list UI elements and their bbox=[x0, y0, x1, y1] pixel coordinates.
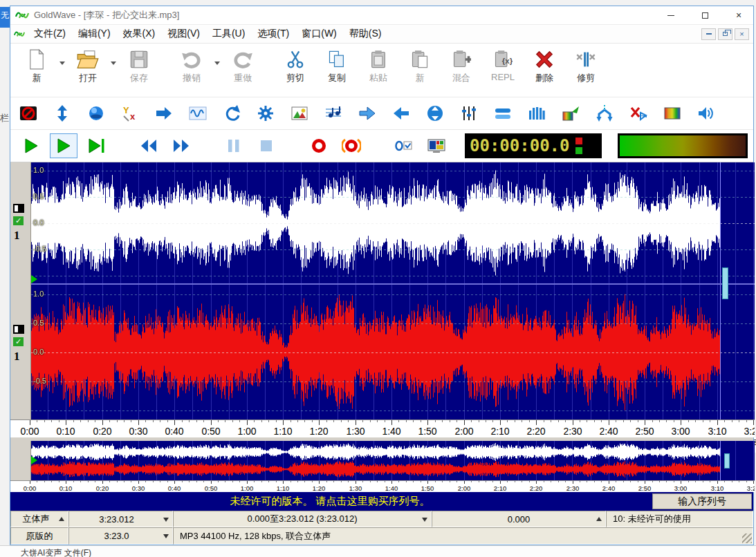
play-to-end-button[interactable] bbox=[82, 133, 110, 158]
open-file-dropdown[interactable] bbox=[109, 47, 118, 79]
split-icon[interactable] bbox=[595, 104, 614, 122]
gate-icon[interactable] bbox=[527, 104, 546, 122]
faders-icon[interactable] bbox=[459, 104, 478, 122]
chevron-down-icon[interactable] bbox=[422, 518, 427, 522]
stop-icon bbox=[259, 138, 274, 153]
overview-waveform[interactable] bbox=[31, 441, 755, 480]
resize-grip[interactable] bbox=[742, 534, 752, 543]
notes-icon[interactable] bbox=[324, 104, 342, 122]
waveform-panel[interactable]: 1.00.50.0-0.51.00.50.0-0.5 bbox=[31, 162, 755, 419]
undo-dropdown[interactable] bbox=[212, 47, 222, 79]
stop-button[interactable] bbox=[252, 133, 280, 158]
cue-x-icon[interactable] bbox=[629, 104, 647, 122]
channel-display-icon[interactable] bbox=[13, 325, 24, 334]
playback-marker-icon[interactable] bbox=[31, 456, 37, 464]
play-button[interactable] bbox=[17, 133, 45, 158]
expand-ball-icon[interactable] bbox=[425, 104, 444, 122]
spinner-up-icon[interactable] bbox=[596, 517, 602, 521]
channel-xy-icon[interactable]: Y x bbox=[120, 104, 139, 122]
channel-enable-checkbox[interactable]: ✓ bbox=[13, 216, 24, 225]
enter-serial-button[interactable]: 输入序列号 bbox=[652, 493, 752, 509]
visual-properties-button[interactable] bbox=[423, 133, 450, 158]
channel-enable-checkbox[interactable]: ✓ bbox=[13, 337, 24, 346]
undo-button[interactable]: 撤销 bbox=[171, 47, 212, 94]
paste-new-button[interactable]: 新 bbox=[399, 47, 441, 94]
menu-file[interactable]: 文件(Z) bbox=[28, 24, 72, 44]
position-cell[interactable]: 0.000 bbox=[432, 511, 606, 527]
menu-effects[interactable]: 效果(X) bbox=[117, 24, 162, 44]
time-tick-minor bbox=[341, 420, 342, 422]
spectrum-icon[interactable] bbox=[663, 104, 681, 122]
channel-display-icon[interactable] bbox=[13, 204, 24, 213]
length-cell[interactable]: 3:23.012 bbox=[68, 511, 173, 527]
back-arrow-icon[interactable] bbox=[391, 104, 410, 122]
mdi-restore-button[interactable] bbox=[718, 28, 732, 40]
time-tick-minor bbox=[73, 481, 74, 482]
original-length-cell[interactable]: 3:23.0 bbox=[68, 527, 173, 545]
waveform-channel-right[interactable] bbox=[31, 285, 755, 419]
wave-icon[interactable] bbox=[188, 104, 207, 122]
close-button[interactable]: × bbox=[724, 6, 753, 24]
open-file-button[interactable]: 打开 bbox=[67, 47, 109, 94]
time-label: 1:00 bbox=[241, 484, 254, 492]
time-label: 3:20 bbox=[747, 484, 755, 492]
gear-icon[interactable] bbox=[256, 104, 275, 122]
paste-button[interactable]: 粘贴 bbox=[358, 47, 399, 94]
selection-end-grip[interactable] bbox=[722, 267, 728, 299]
maximize-button[interactable] bbox=[690, 6, 719, 24]
disable-icon[interactable] bbox=[19, 104, 37, 122]
sphere-icon[interactable] bbox=[86, 104, 105, 122]
record-selection-button[interactable] bbox=[338, 133, 365, 158]
spinner-up-icon[interactable] bbox=[59, 517, 64, 521]
forward-arrow-icon[interactable] bbox=[358, 104, 376, 122]
paste-arrow-icon[interactable] bbox=[154, 104, 173, 122]
time-tick-minor bbox=[261, 420, 262, 422]
mix-button[interactable]: 混合 bbox=[441, 47, 482, 94]
play-to-end-icon bbox=[87, 138, 105, 154]
fast-forward-button[interactable] bbox=[167, 133, 195, 158]
new-file-button[interactable]: 新 bbox=[16, 47, 57, 94]
redo-button[interactable]: 重做 bbox=[222, 47, 264, 94]
mdi-close-button[interactable]: × bbox=[735, 28, 749, 40]
menu-tools[interactable]: 工具(U) bbox=[206, 24, 251, 44]
overview-end-grip[interactable] bbox=[724, 453, 730, 469]
save-button[interactable]: 保存 bbox=[118, 47, 160, 94]
cut-button[interactable]: 剪切 bbox=[275, 47, 316, 94]
chevron-down-icon[interactable] bbox=[163, 534, 169, 538]
waveform-channel-left[interactable] bbox=[31, 162, 755, 283]
menu-help[interactable]: 帮助(S) bbox=[343, 24, 388, 44]
menu-options[interactable]: 选项(T) bbox=[251, 24, 295, 44]
delete-button[interactable]: 删除 bbox=[524, 47, 565, 94]
time-tick-minor bbox=[254, 481, 255, 482]
menu-window[interactable]: 窗口(W) bbox=[295, 24, 343, 44]
media-icon[interactable] bbox=[290, 104, 308, 122]
mdi-minimize-button[interactable] bbox=[701, 28, 716, 40]
monitor-checkbox-button[interactable] bbox=[390, 133, 418, 158]
copy-button[interactable]: 复制 bbox=[316, 47, 358, 94]
volume-icon[interactable] bbox=[697, 104, 715, 122]
minimize-button[interactable] bbox=[656, 6, 685, 24]
time-label: 1:30 bbox=[346, 426, 365, 437]
rewind-button[interactable] bbox=[135, 133, 163, 158]
overview-time-axis[interactable]: 0:000:100:200:300:400:501:001:101:201:30… bbox=[10, 480, 755, 492]
pause-button[interactable] bbox=[220, 133, 248, 158]
record-button[interactable] bbox=[305, 133, 333, 158]
original-cell[interactable]: 原版的 bbox=[10, 527, 68, 545]
menu-edit[interactable]: 编辑(Y) bbox=[72, 24, 117, 44]
playback-marker-icon[interactable] bbox=[31, 275, 37, 283]
time-axis[interactable]: 0:000:100:200:300:400:501:001:101:201:30… bbox=[10, 419, 755, 437]
license-message[interactable]: 未经许可的版本。 请点击这里购买序列号。 bbox=[10, 492, 649, 511]
menu-view[interactable]: 视图(V) bbox=[161, 24, 206, 44]
replace-button[interactable]: {x} REPL bbox=[482, 47, 524, 94]
adjust-vertical-icon[interactable] bbox=[53, 104, 71, 122]
bands-icon[interactable] bbox=[493, 104, 512, 122]
trim-button[interactable]: 修剪 bbox=[565, 47, 607, 94]
channel-mode-cell[interactable]: 立体声 bbox=[10, 511, 68, 527]
spectrum-copy-icon[interactable] bbox=[561, 104, 580, 122]
reverse-icon[interactable] bbox=[222, 104, 241, 122]
selection-cell[interactable]: 0.000至3:23.012 (3:23.012) bbox=[173, 511, 432, 527]
play-selection-button[interactable] bbox=[50, 133, 77, 158]
time-tick-minor bbox=[413, 420, 414, 422]
chevron-down-icon[interactable] bbox=[163, 518, 169, 522]
new-file-dropdown[interactable] bbox=[57, 47, 67, 79]
